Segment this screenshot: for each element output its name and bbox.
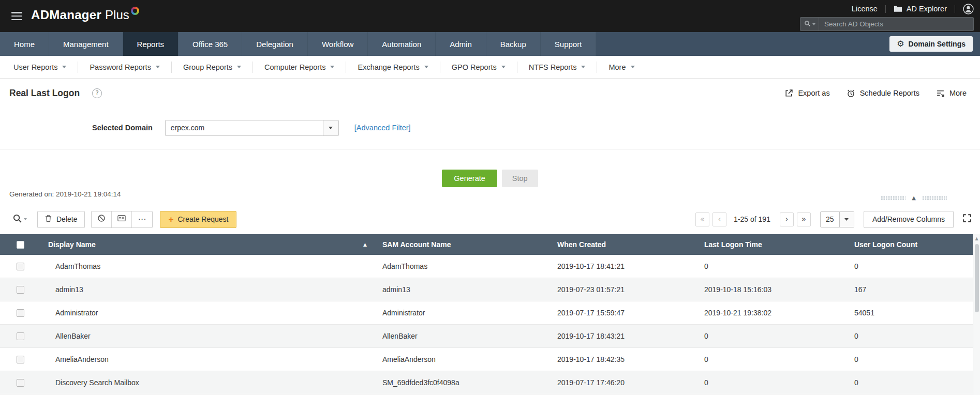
column-header-when-created[interactable]: When Created <box>550 234 697 255</box>
table-row[interactable]: AmeliaAndersonAmeliaAnderson2019-10-17 1… <box>0 348 973 371</box>
cell-user-logon-count: 54051 <box>847 301 973 324</box>
chevron-down-icon <box>24 218 27 220</box>
select-arrow-button[interactable] <box>839 212 854 227</box>
drag-dots-icon <box>881 196 905 200</box>
table-header: Display Name ▲ SAM Account Name When Cre… <box>0 234 973 255</box>
row-checkbox[interactable] <box>17 356 24 363</box>
ad-explorer-link[interactable]: AD Explorer <box>894 5 947 13</box>
advanced-filter-link[interactable]: [Advanced Filter] <box>354 124 411 132</box>
cell-display-name: Discovery Search Mailbox <box>41 371 375 394</box>
nav-tab-management[interactable]: Management <box>49 32 123 56</box>
next-page-button[interactable]: › <box>780 212 794 226</box>
nav-tab-delegation[interactable]: Delegation <box>242 32 308 56</box>
nav-tab-support[interactable]: Support <box>541 32 597 56</box>
schedule-reports-button[interactable]: Schedule Reports <box>847 89 919 98</box>
generated-on-text: Generated on: 2019-10-21 19:04:14 <box>9 190 121 198</box>
more-actions-button[interactable]: More <box>936 89 967 98</box>
column-header-sam-account-name[interactable]: SAM Account Name <box>375 234 550 255</box>
subnav-item-ntfs-reports[interactable]: NTFS Reports <box>517 62 598 73</box>
cell-sam-account-name: SM_69dfded3fc0f4098a <box>375 371 550 394</box>
search-scope-button[interactable] <box>800 18 819 31</box>
row-checkbox[interactable] <box>17 286 24 294</box>
subnav-item-label: NTFS Reports <box>529 63 577 71</box>
select-arrow-button[interactable] <box>323 120 338 135</box>
divider <box>885 5 886 13</box>
column-header-user-logon-count[interactable]: User Logon Count <box>847 234 973 255</box>
first-page-button[interactable]: « <box>695 212 709 226</box>
column-label: Last Logon Time <box>704 240 762 249</box>
chevron-down-icon <box>501 66 506 68</box>
more-row-actions-button[interactable]: ⋯ <box>132 211 152 227</box>
cell-display-name: AllenBaker <box>41 325 375 347</box>
subnav-item-gpo-reports[interactable]: GPO Reports <box>440 62 517 73</box>
search-input[interactable] <box>819 18 973 31</box>
hamburger-menu-icon[interactable] <box>11 12 22 20</box>
user-account-icon[interactable] <box>963 4 974 14</box>
subnav-item-password-reports[interactable]: Password Reports <box>78 62 171 73</box>
row-checkbox[interactable] <box>17 332 24 340</box>
expand-icon <box>962 214 972 225</box>
table-row[interactable]: AllenBakerAllenBaker2019-10-17 18:43:210… <box>0 325 973 348</box>
select-all-checkbox[interactable] <box>17 241 24 249</box>
nav-tab-home[interactable]: Home <box>0 32 49 56</box>
global-search <box>800 17 974 31</box>
domain-settings-button[interactable]: ⚙ Domain Settings <box>889 36 973 52</box>
row-checkbox[interactable] <box>17 379 24 387</box>
subnav-item-group-reports[interactable]: Group Reports <box>172 62 253 73</box>
vertical-scrollbar[interactable]: ▲ <box>973 234 980 395</box>
nav-tab-backup[interactable]: Backup <box>486 32 541 56</box>
panel-collapse-handle[interactable]: ▲ <box>881 195 947 201</box>
previous-page-button[interactable]: ‹ <box>712 212 726 226</box>
table-row[interactable]: AdministratorAdministrator2019-07-17 15:… <box>0 301 973 325</box>
column-header-display-name[interactable]: Display Name ▲ <box>41 234 375 255</box>
column-header-last-logon-time[interactable]: Last Logon Time <box>697 234 847 255</box>
stop-button[interactable]: Stop <box>502 170 538 187</box>
nav-tab-workflow[interactable]: Workflow <box>308 32 368 56</box>
title-row: Real Last Logon ? Export as Schedule Rep… <box>0 79 980 108</box>
cell-user-logon-count: 0 <box>847 325 973 347</box>
report-table: Display Name ▲ SAM Account Name When Cre… <box>0 234 973 395</box>
subnav-item-more[interactable]: More <box>597 62 646 73</box>
last-page-button[interactable]: » <box>797 212 811 226</box>
brand-secondary: Plus <box>105 8 129 22</box>
subnav-item-exchange-reports[interactable]: Exchange Reports <box>346 62 440 73</box>
cell-user-logon-count: 167 <box>847 278 973 301</box>
brand-primary: ADManager <box>31 8 101 22</box>
search-icon <box>804 20 811 29</box>
row-checkbox[interactable] <box>17 309 24 317</box>
scroll-up-icon[interactable]: ▲ <box>975 237 978 241</box>
export-as-button[interactable]: Export as <box>784 89 829 98</box>
pagination-controls: « ‹ 1-25 of 191 › » 25 Add/Remove Column… <box>692 211 972 228</box>
pagination-range: 1-25 of 191 <box>734 215 770 223</box>
subnav-item-label: Computer Reports <box>264 63 325 71</box>
table-row[interactable]: admin13admin132019-07-23 01:57:212019-10… <box>0 278 973 301</box>
nav-tab-admin[interactable]: Admin <box>436 32 486 56</box>
smartcard-button[interactable] <box>112 211 132 227</box>
selected-domain-select[interactable]: erpex.com <box>165 120 339 136</box>
generate-button[interactable]: Generate <box>442 170 497 187</box>
nav-tab-automation[interactable]: Automation <box>368 32 436 56</box>
table-search-button[interactable] <box>12 214 27 225</box>
page-size-select[interactable]: 25 <box>820 211 854 227</box>
table-row[interactable]: AdamThomasAdamThomas2019-10-17 18:41:210… <box>0 255 973 278</box>
scrollbar-thumb[interactable] <box>975 244 979 312</box>
subnav-item-user-reports[interactable]: User Reports <box>2 62 78 73</box>
delete-button[interactable]: Delete <box>37 211 85 228</box>
license-link[interactable]: License <box>852 5 878 13</box>
add-remove-columns-button[interactable]: Add/Remove Columns <box>864 211 954 228</box>
create-request-button[interactable]: + Create Request <box>160 211 236 228</box>
cell-last-logon-time: 0 <box>697 325 847 347</box>
row-checkbox[interactable] <box>17 263 24 270</box>
nav-tab-office-365[interactable]: Office 365 <box>179 32 242 56</box>
help-icon[interactable]: ? <box>92 88 102 98</box>
ellipsis-icon: ⋯ <box>138 215 146 223</box>
subnav-item-computer-reports[interactable]: Computer Reports <box>253 62 346 73</box>
disable-account-button[interactable] <box>92 211 112 227</box>
sort-asc-icon[interactable]: ▲ <box>363 242 367 247</box>
export-as-label: Export as <box>798 89 829 97</box>
cell-sam-account-name: AdamThomas <box>375 255 550 278</box>
folder-icon <box>894 5 902 12</box>
fullscreen-button[interactable] <box>962 214 972 225</box>
table-row[interactable]: Discovery Search MailboxSM_69dfded3fc0f4… <box>0 371 973 394</box>
nav-tab-reports[interactable]: Reports <box>123 32 179 56</box>
